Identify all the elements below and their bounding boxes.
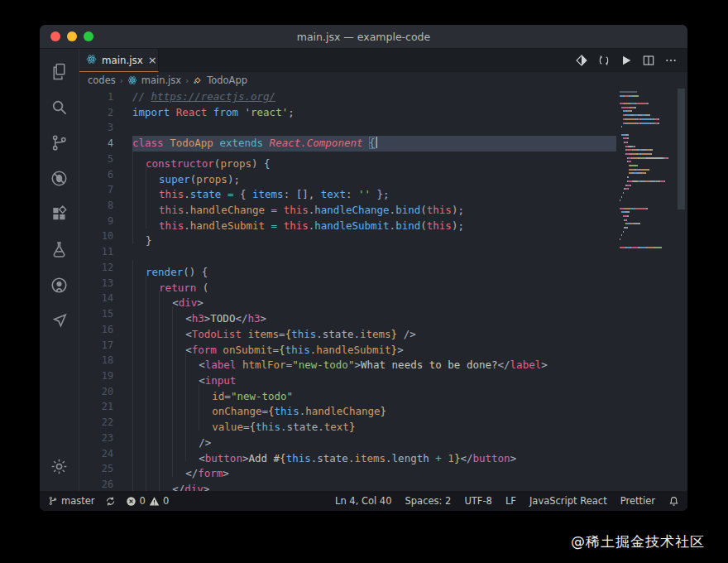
github-icon [50, 276, 69, 298]
sync-button[interactable] [105, 496, 116, 507]
code-line[interactable]: 24<button>Add #{this.state.items.length … [79, 446, 687, 462]
indentation-status[interactable]: Spaces: 2 [405, 495, 452, 507]
chevron-right-icon: › [185, 76, 189, 85]
branch-status[interactable]: master [48, 495, 95, 507]
flask-icon [50, 240, 69, 262]
window-title: main.jsx — example-code [297, 31, 431, 43]
class-symbol-icon [193, 75, 203, 85]
code-line[interactable]: 22value={this.state.text} [79, 415, 687, 431]
code-line[interactable]: 11 [79, 244, 687, 260]
react-file-icon [86, 52, 97, 68]
branch-name: master [61, 495, 95, 507]
settings-button[interactable] [40, 453, 79, 483]
code-line[interactable]: 20id="new-todo" [79, 384, 687, 400]
minimize-window-button[interactable] [67, 31, 77, 41]
extensions-icon [50, 205, 69, 227]
code-line[interactable]: 13return ( [79, 276, 687, 291]
editor-actions [575, 49, 687, 72]
code-line[interactable]: 25</form> [79, 461, 687, 477]
code-line[interactable]: 17<form onSubmit={this.handleSubmit}> [79, 338, 687, 354]
sidebar-item-gitlens[interactable] [40, 305, 79, 340]
sidebar-item-testing[interactable] [40, 233, 79, 269]
watermark: @稀土掘金技术社区 [571, 532, 705, 551]
code-line[interactable]: 12render() { [79, 260, 687, 276]
git-branch-icon [50, 133, 69, 156]
gitlens-arrow-icon [50, 311, 69, 334]
breadcrumb-file[interactable]: main.jsx [141, 75, 181, 86]
code-line[interactable]: 3 [79, 120, 687, 136]
debug-crossed-bug-icon [50, 169, 69, 191]
code-line[interactable]: 19<input [79, 368, 687, 384]
code-line[interactable]: 10} [79, 229, 687, 244]
formatter-status[interactable]: Prettier [620, 495, 655, 507]
language-mode-status[interactable]: JavaScript React [529, 495, 607, 507]
code-line[interactable]: 18<label htmlFor="new-todo">What needs t… [79, 353, 687, 368]
chevron-right-icon: › [120, 76, 123, 85]
activity-bar [40, 49, 79, 491]
sidebar-item-debug[interactable] [40, 162, 79, 198]
sidebar-item-github[interactable] [40, 269, 79, 305]
encoding-status[interactable]: UTF-8 [464, 495, 492, 507]
code-line[interactable]: 1// https://reactjs.org/ [79, 89, 687, 105]
code-line[interactable]: 7this.state = { items: [], text: '' }; [79, 182, 687, 198]
code-line[interactable]: 2import React from 'react'; [79, 105, 687, 121]
tab-main-jsx[interactable]: main.jsx × [79, 49, 159, 72]
traffic-lights [50, 25, 93, 48]
sidebar-item-source-control[interactable] [40, 127, 79, 162]
sidebar-item-search[interactable] [40, 91, 79, 127]
more-actions-icon[interactable] [664, 54, 678, 67]
open-changes-icon[interactable] [597, 54, 611, 67]
run-icon[interactable] [620, 54, 633, 67]
code-line[interactable]: 26</div> [79, 477, 687, 491]
files-icon [50, 62, 69, 84]
git-branch-icon [48, 496, 58, 506]
error-count: 0 [140, 495, 146, 507]
react-file-icon [127, 75, 137, 85]
eol-status[interactable]: LF [505, 495, 516, 507]
scrollbar-thumb[interactable] [678, 89, 685, 209]
code-editor[interactable]: 1// https://reactjs.org/2import React fr… [79, 89, 687, 491]
sidebar-item-extensions[interactable] [40, 198, 79, 233]
warning-icon [149, 496, 160, 507]
tab-close-icon[interactable]: × [148, 55, 157, 65]
code-line[interactable]: 9this.handleSubmit = this.handleSubmit.b… [79, 214, 687, 229]
status-bar: master 0 0 Ln 4, Col 40 Spaces: 2 UTF-8 … [40, 491, 687, 511]
problems-status[interactable]: 0 0 [126, 495, 170, 507]
error-icon [126, 496, 136, 507]
code-line[interactable]: 5constructor(props) { [79, 152, 687, 167]
breadcrumb-symbol[interactable]: TodoApp [207, 75, 247, 86]
code-line[interactable]: 15<h3>TODO</h3> [79, 306, 687, 322]
tab-label: main.jsx [102, 55, 143, 66]
sync-icon [105, 496, 116, 507]
code-line[interactable]: 23/> [79, 431, 687, 446]
tab-bar: main.jsx × [79, 49, 687, 72]
titlebar[interactable]: main.jsx — example-code [40, 25, 687, 49]
code-line[interactable]: 14<div> [79, 291, 687, 306]
breadcrumb-folder[interactable]: codes [88, 75, 116, 86]
code-line[interactable]: 21onChange={this.handleChange} [79, 399, 687, 415]
cursor-position-status[interactable]: Ln 4, Col 40 [335, 495, 392, 507]
code-line[interactable]: 6super(props); [79, 167, 687, 183]
split-editor-icon[interactable] [642, 54, 655, 67]
gear-icon [50, 457, 69, 479]
close-window-button[interactable] [50, 31, 60, 41]
breadcrumb: codes › main.jsx › TodoApp [79, 72, 687, 89]
format-diamond-icon[interactable] [575, 54, 588, 67]
zoom-window-button[interactable] [84, 31, 93, 41]
search-icon [50, 98, 69, 120]
code-line[interactable]: 8this.handleChange = this.handleChange.b… [79, 198, 687, 214]
code-lines: 1// https://reactjs.org/2import React fr… [79, 89, 687, 491]
notifications-bell-icon[interactable] [668, 496, 679, 507]
sidebar-item-explorer[interactable] [40, 55, 79, 91]
code-line[interactable]: 4class TodoApp extends React.Component { [79, 136, 687, 152]
vscode-window: main.jsx — example-code [40, 25, 687, 511]
code-line[interactable]: 16<TodoList items={this.state.items} /> [79, 322, 687, 338]
warning-count: 0 [163, 495, 169, 507]
